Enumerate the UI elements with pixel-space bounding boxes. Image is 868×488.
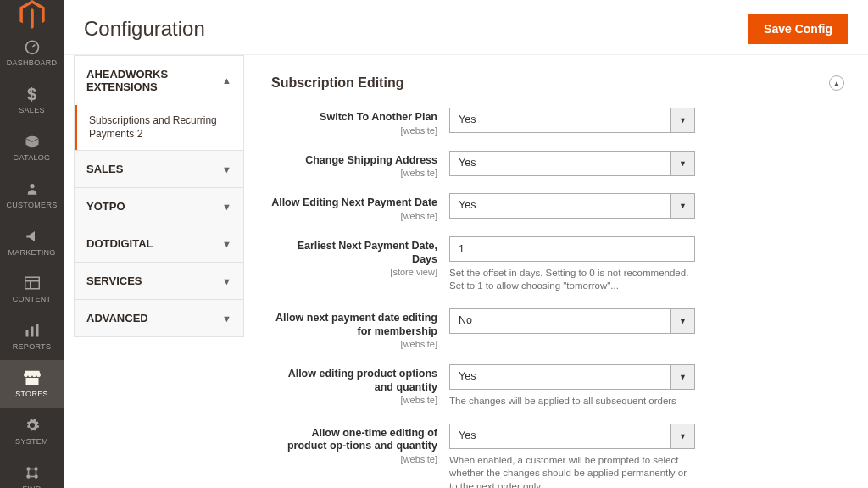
select-field[interactable]: Yes▼ xyxy=(449,108,695,133)
caret-down-icon: ▼ xyxy=(679,202,687,210)
svg-point-9 xyxy=(34,467,38,471)
chevron-down-icon: ▼ xyxy=(222,164,231,175)
svg-point-1 xyxy=(30,184,34,188)
field-label: Switch To Another Plan xyxy=(271,111,437,125)
nav-catalog[interactable]: CATALOG xyxy=(0,124,64,171)
field-row: Allow next payment date editing for memb… xyxy=(271,308,844,349)
field-label: Allow one-time editing of product op-tio… xyxy=(271,427,437,453)
field-control-column: No▼ xyxy=(449,308,695,334)
dropdown-toggle[interactable]: ▼ xyxy=(670,424,694,448)
field-scope: [website] xyxy=(271,454,437,464)
chevron-down-icon: ▼ xyxy=(222,276,231,286)
field-row: Switch To Another Plan[website]Yes▼ xyxy=(271,108,844,136)
accordion-head[interactable]: SALES ▼ xyxy=(75,151,243,187)
select-value: Yes xyxy=(450,424,670,448)
field-scope: [website] xyxy=(271,339,437,349)
collapse-section-button[interactable]: ▲ xyxy=(829,75,844,91)
svg-rect-7 xyxy=(36,324,38,337)
accordion-label: AHEADWORKS EXTENSIONS xyxy=(86,68,222,93)
field-label: Allow Editing Next Payment Date xyxy=(271,197,437,210)
field-note: When enabled, a customer will be prompte… xyxy=(449,454,695,488)
content-row: AHEADWORKS EXTENSIONS ▲ Subscriptions an… xyxy=(64,55,868,488)
nav-find-partners[interactable]: FIND PARTNERS & EXTENSIONS xyxy=(0,455,64,488)
field-row: Allow Editing Next Payment Date[website]… xyxy=(271,193,844,221)
nav-reports[interactable]: REPORTS xyxy=(0,313,64,360)
nav-label: SALES xyxy=(19,107,45,115)
accordion-label: YOTPO xyxy=(86,200,125,213)
link-icon xyxy=(23,463,42,482)
nav-label: CONTENT xyxy=(13,296,52,304)
select-field[interactable]: Yes▼ xyxy=(449,424,695,449)
field-control-column: Yes▼ xyxy=(449,151,695,176)
nav-content[interactable]: CONTENT xyxy=(0,265,64,313)
caret-down-icon: ▼ xyxy=(679,116,687,125)
select-field[interactable]: No▼ xyxy=(449,308,695,334)
nav-customers[interactable]: CUSTOMERS xyxy=(0,171,64,219)
section-header: Subscription Editing ▲ xyxy=(271,75,844,91)
fields-container: Switch To Another Plan[website]Yes▼Chang… xyxy=(271,108,844,488)
accordion-services: SERVICES ▼ xyxy=(75,262,243,299)
nav-dashboard[interactable]: DASHBOARD xyxy=(0,29,64,76)
select-field[interactable]: Yes▼ xyxy=(449,193,695,219)
accordion-head[interactable]: SERVICES ▼ xyxy=(75,263,243,299)
select-field[interactable]: Yes▼ xyxy=(449,364,695,390)
field-row: Allow editing product options and quanti… xyxy=(271,364,844,408)
field-label-column: Switch To Another Plan[website] xyxy=(271,108,449,136)
field-scope: [website] xyxy=(271,125,437,136)
field-label-column: Earliest Next Payment Date, Days[store v… xyxy=(271,236,449,277)
field-control-column: Set the offset in days. Setting to 0 is … xyxy=(449,236,695,293)
nav-system[interactable]: SYSTEM xyxy=(0,408,64,455)
accordion-head[interactable]: DOTDIGITAL ▼ xyxy=(75,225,243,262)
magento-logo[interactable] xyxy=(0,0,64,29)
megaphone-icon xyxy=(23,227,42,246)
accordion-head[interactable]: YOTPO ▼ xyxy=(75,188,243,225)
svg-rect-6 xyxy=(31,327,33,337)
sidebar-item-subscriptions[interactable]: Subscriptions and Recurring Payments 2 xyxy=(75,105,243,150)
caret-down-icon: ▼ xyxy=(679,159,687,168)
field-label-column: Allow one-time editing of product op-tio… xyxy=(271,424,449,464)
text-input[interactable] xyxy=(449,236,695,262)
section-title: Subscription Editing xyxy=(271,75,403,91)
field-note: Set the offset in days. Setting to 0 is … xyxy=(449,267,695,293)
accordion-label: SERVICES xyxy=(86,274,142,287)
field-control-column: Yes▼ xyxy=(449,108,695,133)
bars-icon xyxy=(23,321,42,340)
accordion-label: DOTDIGITAL xyxy=(86,237,153,250)
gauge-icon xyxy=(23,37,42,56)
svg-rect-2 xyxy=(25,278,39,290)
field-label-column: Allow Editing Next Payment Date[website] xyxy=(271,193,449,221)
svg-point-11 xyxy=(34,474,38,479)
dropdown-toggle[interactable]: ▼ xyxy=(670,194,694,218)
gear-icon xyxy=(23,416,42,435)
field-scope: [website] xyxy=(271,395,437,405)
nav-label: STORES xyxy=(15,391,48,399)
svg-point-0 xyxy=(25,41,38,53)
field-label-column: Allow editing product options and quanti… xyxy=(271,364,449,405)
chevron-up-icon: ▲ xyxy=(222,75,231,86)
admin-nav-sidebar: DASHBOARD $ SALES CATALOG CUSTOMERS MARK… xyxy=(0,0,64,488)
field-note: The changes will be applied to all subse… xyxy=(449,395,695,408)
select-value: No xyxy=(450,309,670,333)
select-field[interactable]: Yes▼ xyxy=(449,151,695,176)
field-label: Allow editing product options and quanti… xyxy=(271,368,437,394)
dropdown-toggle[interactable]: ▼ xyxy=(670,108,694,132)
dropdown-toggle[interactable]: ▼ xyxy=(670,152,694,175)
accordion-aheadworks: AHEADWORKS EXTENSIONS ▲ Subscriptions an… xyxy=(75,55,243,150)
dropdown-toggle[interactable]: ▼ xyxy=(670,309,694,333)
nav-sales[interactable]: $ SALES xyxy=(0,76,64,124)
accordion-head[interactable]: AHEADWORKS EXTENSIONS ▲ xyxy=(75,56,243,105)
nav-stores[interactable]: STORES xyxy=(0,360,64,408)
nav-marketing[interactable]: MARKETING xyxy=(0,219,64,266)
layout-icon xyxy=(23,274,42,292)
accordion-head[interactable]: ADVANCED ▼ xyxy=(75,300,243,336)
dropdown-toggle[interactable]: ▼ xyxy=(670,365,694,389)
store-icon xyxy=(23,369,42,387)
nav-label: CATALOG xyxy=(14,154,51,163)
accordion-label: ADVANCED xyxy=(86,312,148,324)
caret-down-icon: ▼ xyxy=(679,432,687,441)
person-icon xyxy=(23,180,42,198)
save-config-button[interactable]: Save Config xyxy=(748,14,848,44)
field-label: Allow next payment date editing for memb… xyxy=(271,312,437,338)
accordion-advanced: ADVANCED ▼ xyxy=(75,299,243,336)
accordion-sales: SALES ▼ xyxy=(75,150,243,187)
